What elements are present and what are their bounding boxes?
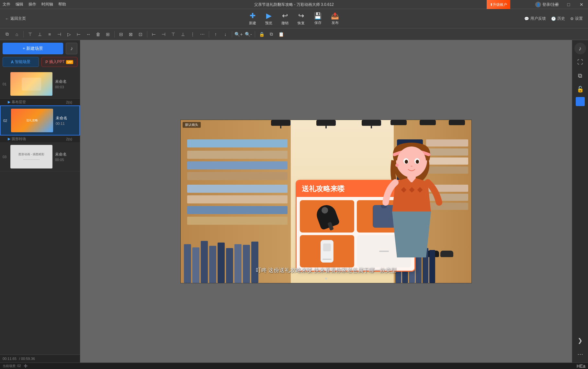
menu-timeline[interactable]: 时间轴 <box>41 2 53 7</box>
fullscreen-button[interactable]: ⛶ <box>574 56 586 68</box>
scene-list: 01 未命名 00:03 ▶ 幕布层登 2(s) <box>0 70 80 354</box>
redo-button[interactable]: ↪ 恢复 <box>298 12 305 26</box>
align-left[interactable]: ⊣ <box>55 30 64 38</box>
scene-thumbnail-1 <box>10 72 52 96</box>
crop-tool[interactable]: ⊞ <box>103 30 112 38</box>
scene-info-1: 未命名 00:03 <box>55 79 67 89</box>
ai-scene-tab[interactable]: A 智能场景 <box>3 57 39 67</box>
new-button[interactable]: ✚ 新建 <box>249 12 256 26</box>
paste-tool[interactable]: 📋 <box>277 30 286 38</box>
minimize-button[interactable]: ─ <box>549 0 562 9</box>
settings-icon: ⚙ <box>570 16 574 21</box>
back-icon: ← <box>5 16 9 21</box>
back-home[interactable]: ← 返回主页 <box>5 16 26 21</box>
back-label: 返回主页 <box>10 16 26 21</box>
align-t2[interactable]: ⊤ <box>169 30 178 38</box>
total-time-left: / 00:59.36 <box>19 357 35 361</box>
music-note-button[interactable]: ♪ <box>574 43 586 54</box>
align-r2[interactable]: ⊣ <box>159 30 168 38</box>
dist-center[interactable]: ⊡ <box>136 30 145 38</box>
copy-tool[interactable]: ⧉ <box>3 30 12 38</box>
move-forward[interactable]: ↑ <box>211 30 220 38</box>
menu-file[interactable]: 文件 <box>3 2 10 7</box>
menu-operate[interactable]: 操作 <box>28 2 36 7</box>
scene-number-1: 01 <box>3 82 8 86</box>
main-content: + 新建场景 ♪ A 智能场景 P 插入PPT VIP 01 <box>0 40 588 363</box>
more-button[interactable]: ⋯ <box>574 348 586 360</box>
music-button[interactable]: ♪ <box>66 43 77 54</box>
color-block[interactable] <box>576 97 585 106</box>
maximize-button[interactable]: □ <box>562 0 575 9</box>
history-button[interactable]: 🕐 历史 <box>551 16 565 21</box>
save-button[interactable]: 💾 保存 <box>314 12 322 25</box>
save-label: 保存 <box>314 20 322 25</box>
align-l2[interactable]: ⊢ <box>149 30 158 38</box>
menu-help[interactable]: 帮助 <box>58 2 66 7</box>
time-display: 00:11.65 / 00:59.36 <box>0 354 80 363</box>
lock-tool[interactable]: 🔒 <box>257 30 266 38</box>
transition-2[interactable]: ▶ 圆形转场 2(s) <box>0 136 80 142</box>
scene-info-3: 未命名 00:05 <box>55 152 67 162</box>
close-button[interactable]: ✕ <box>575 0 588 9</box>
delete-tool[interactable]: 🗑 <box>94 30 103 38</box>
canvas-bottom-arrow[interactable]: ▼ <box>324 277 328 281</box>
secondary-toolbar: ⧉ ⌂ ⊤ ⊥ ≡ ⊣ ▷ ⊢ ↔ 🗑 ⊞ ⊟ ⊠ ⊡ ⊢ ⊣ ⊤ ⊥ ⋮ ⋯ … <box>0 28 588 40</box>
align-ch[interactable]: ⋮ <box>188 30 197 38</box>
scene-name-3: 未命名 <box>55 152 67 157</box>
transition-name-2: 圆形转场 <box>12 136 26 141</box>
redo-label: 恢复 <box>298 21 305 26</box>
align-cv[interactable]: ⋯ <box>198 30 207 38</box>
align-bottom[interactable]: ⊥ <box>35 30 44 38</box>
canvas-frame[interactable]: 送礼攻略来喽 <box>180 120 472 283</box>
dist-h[interactable]: ⊟ <box>117 30 126 38</box>
align-center[interactable]: ⊢ <box>74 30 83 38</box>
align-b2[interactable]: ⊥ <box>178 30 187 38</box>
bottom-text: HEa <box>577 364 585 369</box>
ppt-label: 插入PPT <box>49 59 64 65</box>
scene-item-3[interactable]: 03 图形动画 - 插图精彩 ------------------- 未命名 0… <box>0 142 80 171</box>
settings-label: 设置 <box>575 16 583 21</box>
canvas-subtitle: 叮咚 这份送礼攻略来喽 快来看看你家老爸属于哪一款类型 <box>256 266 396 274</box>
flip-h[interactable]: ↔ <box>84 30 93 38</box>
move-back[interactable]: ↓ <box>221 30 230 38</box>
right-panel: ♪ ⛶ ⧉ 🔓 ❯ ⋯ <box>572 40 588 363</box>
zoom-in[interactable]: 🔍+ <box>234 30 243 38</box>
left-panel: + 新建场景 ♪ A 智能场景 P 插入PPT VIP 01 <box>0 40 80 363</box>
menu-edit[interactable]: 编辑 <box>16 2 23 7</box>
feedback-icon: 💬 <box>524 16 529 21</box>
settings-button[interactable]: ⚙ 设置 <box>570 16 583 21</box>
new-scene-button[interactable]: + 新建场景 <box>3 43 63 54</box>
publish-button[interactable]: 📤 发布 <box>331 12 339 25</box>
copy2-tool[interactable]: ⧉ <box>267 30 276 38</box>
home-tool[interactable]: ⌂ <box>12 30 21 38</box>
scene-thumbnail-2: 送礼攻略 <box>11 109 53 132</box>
feedback-button[interactable]: 💬 用户反馈 <box>524 16 546 21</box>
canvas-label: 默认镜头 <box>183 122 201 128</box>
scene-name-2: 未命名 <box>56 115 67 121</box>
left-shelf <box>181 120 291 283</box>
dist-v[interactable]: ⊠ <box>126 30 135 38</box>
ai-icon: A <box>11 60 14 64</box>
align-right-v[interactable]: ▷ <box>64 30 74 38</box>
undo-button[interactable]: ↩ 撤销 <box>281 12 288 26</box>
scene-item-1[interactable]: 01 未命名 00:03 <box>0 70 80 99</box>
transition-1[interactable]: ▶ 幕布层登 2(s) <box>0 99 80 105</box>
align-middle[interactable]: ≡ <box>45 30 54 38</box>
scene-item-2[interactable]: 02 送礼攻略 未命名 00:11 <box>0 105 80 136</box>
expand-button[interactable]: ❯ <box>574 335 586 346</box>
scene-number-3: 03 <box>3 155 8 159</box>
zoom-out[interactable]: 🔍- <box>244 30 253 38</box>
window-controls: ─ □ ✕ <box>549 0 588 9</box>
preview-button[interactable]: ▶ 预览 <box>265 12 272 26</box>
ppt-tab[interactable]: P 插入PPT VIP <box>41 57 78 67</box>
canvas-label-text: 默认镜头 <box>185 123 198 126</box>
upgrade-button[interactable]: ⬆ 升级账户 <box>487 0 510 9</box>
new-label: 新建 <box>249 21 256 26</box>
align-top[interactable]: ⊤ <box>26 30 35 38</box>
svg-point-5 <box>405 160 408 164</box>
ai-scene-label: 智能场景 <box>15 59 30 65</box>
undo-label: 撤销 <box>281 21 288 26</box>
copy-scene-button[interactable]: ⧉ <box>574 70 586 81</box>
product-item-1 <box>300 200 354 233</box>
lock-button[interactable]: 🔓 <box>574 83 586 95</box>
